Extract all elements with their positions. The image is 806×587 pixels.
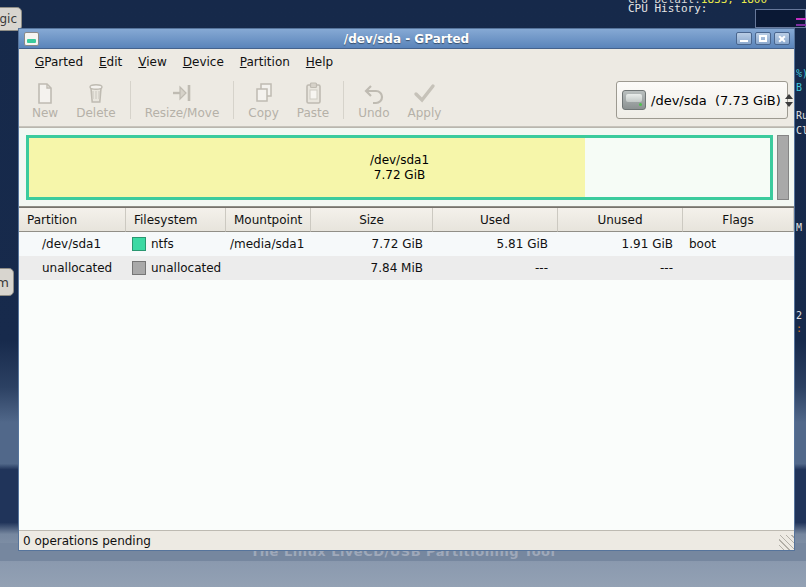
copy-button[interactable]: Copy [239,76,287,124]
background-tab-label: gic [0,12,17,26]
cell-flags [683,256,794,280]
cpu-detail-values: 1833, 1800 [701,0,767,6]
monitor-fragment: Cl [796,125,806,136]
menu-edit[interactable]: Edit [91,52,130,72]
header-size: Size [311,208,433,232]
filesystem-label: unallocated [151,261,221,275]
status-bar: 0 operations pending [19,530,794,550]
device-selector[interactable]: /dev/sda (7.73 GiB) [616,81,788,119]
gparted-window: /dev/sda - GParted GParted Edit View Dev… [18,28,795,551]
screen: gic m CPU Detail:1833, 1800 CPU History:… [0,0,806,587]
toolbar-separator [343,81,344,119]
operations-pending-text: 0 operations pending [23,534,151,548]
cell-partition: unallocated [19,256,126,280]
cell-filesystem: ntfs [126,232,226,256]
cell-used: 5.81 GiB [433,232,558,256]
cell-flags: boot [683,232,794,256]
header-partition: Partition [19,208,126,232]
cell-filesystem: unallocated [126,256,226,280]
cell-unused: 1.91 GiB [558,232,683,256]
toolbar-separator [130,81,131,119]
undo-arrow-icon [362,81,386,105]
header-used: Used [433,208,558,232]
partition-visual-size: 7.72 GiB [374,168,425,183]
maximize-icon [759,35,767,42]
close-button[interactable] [774,32,790,45]
new-partition-icon [33,81,57,105]
header-filesystem: Filesystem [126,208,226,232]
cpu-history-label: CPU History: [628,2,707,15]
menu-device[interactable]: Device [175,52,232,72]
cell-mountpoint: /media/sda1 [226,232,311,256]
toolbar-separator [233,81,234,119]
resize-move-arrow-icon [170,81,194,105]
minimize-icon [740,40,748,42]
arrow-down-icon [785,102,793,107]
monitor-fragment: B [796,82,802,93]
title-bar[interactable]: /dev/sda - GParted [19,29,794,49]
delete-button[interactable]: Delete [67,76,124,124]
hard-drive-icon [622,90,646,110]
cell-used: --- [433,256,558,280]
background-window-tab-m[interactable]: m [0,268,14,296]
gparted-app-icon [24,32,39,46]
unallocated-rect[interactable] [777,135,789,200]
toolbar: New Delete Resize/Move [19,74,794,127]
monitor-fragment: Ru [796,110,806,121]
table-row-sda1[interactable]: /dev/sda1 ntfs /media/sda1 7.72 GiB 5.81… [19,232,794,256]
monitor-fragment: : [796,323,802,334]
header-unused: Unused [558,208,683,232]
cell-partition: /dev/sda1 [19,232,126,256]
window-title: /dev/sda - GParted [19,32,794,46]
new-button[interactable]: New [23,76,67,124]
graph-line-magenta [796,18,806,20]
cell-size: 7.72 GiB [311,232,433,256]
menu-gparted[interactable]: GParted [27,52,91,72]
copy-icon [252,81,276,105]
menu-bar: GParted Edit View Device Partition Help [19,49,794,74]
paste-button[interactable]: Paste [288,76,338,124]
monitor-fragment: 2 [796,310,802,321]
menu-partition[interactable]: Partition [232,52,298,72]
cell-size: 7.84 MiB [311,256,433,280]
table-row-unallocated[interactable]: unallocated unallocated 7.84 MiB --- --- [19,256,794,280]
arrow-up-icon [785,94,793,99]
minimize-button[interactable] [736,32,752,45]
resize-grip[interactable] [779,535,794,550]
ntfs-color-swatch [132,237,146,251]
partition-table: Partition Filesystem Mountpoint Size Use… [19,207,794,530]
monitor-fragment: M [796,222,802,233]
apply-button[interactable]: Apply [399,76,451,124]
delete-trash-icon [84,81,108,105]
device-selector-value: /dev/sda (7.73 GiB) [651,93,781,108]
resize-move-button[interactable]: Resize/Move [136,76,229,124]
graph-line-purple [796,24,806,26]
cell-unused: --- [558,256,683,280]
unallocated-color-swatch [132,261,146,275]
toolbar-spacer [450,76,616,124]
undo-button[interactable]: Undo [349,76,398,124]
header-mountpoint: Mountpoint [226,208,311,232]
device-selector-arrows [781,94,793,107]
menu-view[interactable]: View [130,52,174,72]
partition-rect[interactable]: /dev/sda1 7.72 GiB [26,135,773,200]
maximize-button[interactable] [755,32,771,45]
apply-checkmark-icon [412,81,436,105]
cell-mountpoint [226,256,311,280]
filesystem-label: ntfs [151,237,174,251]
table-header: Partition Filesystem Mountpoint Size Use… [19,208,794,232]
paste-clipboard-icon [301,81,325,105]
background-monitor-sliver: %) B Ru Cl M 2 : [796,0,806,587]
menu-help[interactable]: Help [298,52,341,72]
header-flags: Flags [683,208,794,232]
monitor-fragment: %) [796,68,806,79]
disk-visual-panel: /dev/sda1 7.72 GiB [19,127,794,207]
background-tab-label: m [0,275,9,290]
partition-visual-label: /dev/sda1 [370,153,429,168]
